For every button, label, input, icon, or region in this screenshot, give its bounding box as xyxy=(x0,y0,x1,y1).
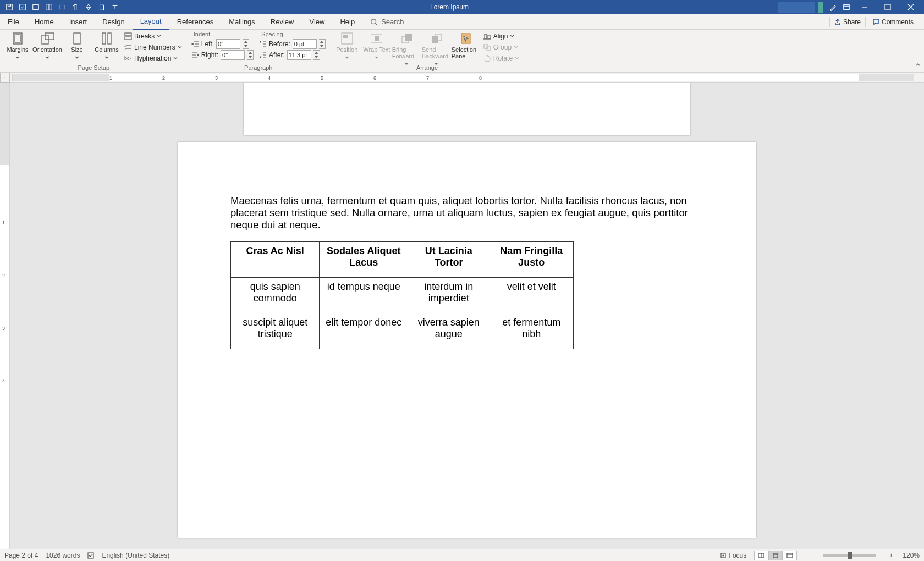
table-cell[interactable]: elit tempor donec xyxy=(320,314,408,349)
status-word-count[interactable]: 1026 words xyxy=(46,552,80,559)
new-doc-icon[interactable] xyxy=(96,1,108,13)
paragraph-marks-icon[interactable] xyxy=(69,1,81,13)
save-icon[interactable] xyxy=(3,1,15,13)
ribbon-tabs: File Home Insert Design Layout Reference… xyxy=(0,14,924,30)
svg-rect-19 xyxy=(74,33,80,44)
status-page[interactable]: Page 2 of 4 xyxy=(4,552,38,559)
body-paragraph[interactable]: Maecenas felis urna, fermentum et quam q… xyxy=(230,195,703,230)
svg-rect-44 xyxy=(375,36,379,41)
ribbon-display-icon[interactable] xyxy=(840,1,853,13)
group-paragraph: Indent Left: 0" Right: 0" Spacing xyxy=(188,30,329,72)
orientation-button[interactable]: Orientation xyxy=(33,31,62,57)
read-mode-button[interactable] xyxy=(754,551,768,560)
hyphenation-button[interactable]: bc Hyphenation xyxy=(122,53,184,64)
indent-right-input[interactable]: 0" xyxy=(221,50,245,60)
tab-file[interactable]: File xyxy=(0,14,27,30)
user-account[interactable] xyxy=(778,2,815,13)
maximize-button[interactable] xyxy=(877,0,899,14)
rotate-button: Rotate xyxy=(481,53,521,64)
margins-button[interactable]: Margins xyxy=(3,31,32,57)
tab-review[interactable]: Review xyxy=(263,14,302,30)
spacing-before-row: Before: 0 pt xyxy=(259,38,326,50)
qat-icon-4[interactable] xyxy=(43,1,55,13)
print-layout-button[interactable] xyxy=(768,551,783,560)
qat-icon-3[interactable] xyxy=(30,1,42,13)
zoom-out-button[interactable]: − xyxy=(805,552,812,559)
svg-rect-62 xyxy=(773,553,778,558)
table-header-row[interactable]: Cras Ac Nisl Sodales Aliquet Lacus Ut La… xyxy=(231,242,574,278)
table-header-cell[interactable]: Cras Ac Nisl xyxy=(231,242,320,278)
document-table[interactable]: Cras Ac Nisl Sodales Aliquet Lacus Ut La… xyxy=(230,241,574,349)
spacing-after-spinner[interactable] xyxy=(314,50,320,60)
table-cell[interactable]: velit et velit xyxy=(490,278,574,314)
tab-references[interactable]: References xyxy=(169,14,221,30)
close-button[interactable] xyxy=(900,0,922,14)
indent-left-input[interactable]: 0" xyxy=(216,39,240,49)
spacing-before-input[interactable]: 0 pt xyxy=(293,39,317,49)
horizontal-ruler-bar: L 1 2 3 4 5 6 7 8 xyxy=(0,73,924,82)
page-current[interactable]: Maecenas felis urna, fermentum et quam q… xyxy=(178,142,756,538)
tab-view[interactable]: View xyxy=(301,14,332,30)
web-layout-button[interactable] xyxy=(783,551,797,560)
indent-right-spinner[interactable] xyxy=(247,50,254,60)
tab-mailings[interactable]: Mailings xyxy=(221,14,263,30)
spacing-after-input[interactable]: 11.3 pt xyxy=(287,50,311,60)
comments-button[interactable]: Comments xyxy=(868,16,919,28)
focus-mode-button[interactable]: Focus xyxy=(720,552,747,559)
svg-rect-23 xyxy=(125,37,131,40)
page-previous-bottom[interactable] xyxy=(244,82,690,135)
group-label-paragraph: Paragraph xyxy=(191,64,326,72)
indent-left-spinner[interactable] xyxy=(243,39,249,49)
pages-container[interactable]: Maecenas felis urna, fermentum et quam q… xyxy=(10,82,924,549)
horizontal-ruler[interactable]: 1 2 3 4 5 6 7 8 xyxy=(12,74,914,81)
table-cell[interactable]: id tempus neque xyxy=(320,278,408,314)
title-bar: Lorem Ipsum xyxy=(0,0,924,14)
tab-layout[interactable]: Layout xyxy=(133,14,169,30)
tab-help[interactable]: Help xyxy=(332,14,362,30)
svg-rect-4 xyxy=(46,4,48,10)
collapse-ribbon-button[interactable] xyxy=(915,60,921,70)
zoom-slider-thumb[interactable] xyxy=(848,552,852,559)
table-header-cell[interactable]: Sodales Aliquet Lacus xyxy=(320,242,408,278)
qat-icon-7[interactable] xyxy=(82,1,95,13)
document-area: 1 2 3 4 Maecenas felis urna, fermentum e… xyxy=(0,82,924,549)
table-cell[interactable]: interdum in imperdiet xyxy=(408,278,490,314)
svg-rect-3 xyxy=(33,5,39,10)
size-button[interactable]: Size xyxy=(63,31,91,57)
search-box[interactable]: Search xyxy=(370,18,404,26)
selection-pane-button[interactable]: Selection Pane xyxy=(452,31,480,59)
spacing-before-spinner[interactable] xyxy=(319,39,326,49)
columns-button[interactable]: Columns xyxy=(92,31,121,57)
line-numbers-button[interactable]: 12 Line Numbers xyxy=(122,42,184,53)
indent-right-row: Right: 0" xyxy=(191,50,254,61)
table-row[interactable]: suscipit aliquet tristique elit tempor d… xyxy=(231,314,574,349)
table-cell[interactable]: suscipit aliquet tristique xyxy=(231,314,320,349)
align-button[interactable]: Align xyxy=(481,31,521,42)
zoom-in-button[interactable]: + xyxy=(887,552,895,559)
svg-rect-64 xyxy=(787,553,793,558)
svg-rect-6 xyxy=(59,6,65,9)
share-button[interactable]: Share xyxy=(829,16,866,28)
status-language[interactable]: English (United States) xyxy=(102,552,169,559)
tab-home[interactable]: Home xyxy=(27,14,62,30)
qat-icon-5[interactable] xyxy=(56,1,68,13)
comment-icon xyxy=(873,19,879,25)
zoom-slider[interactable] xyxy=(823,554,876,557)
tab-design[interactable]: Design xyxy=(95,14,132,30)
vertical-ruler[interactable]: 1 2 3 4 xyxy=(0,82,10,549)
tab-insert[interactable]: Insert xyxy=(62,14,95,30)
minimize-button[interactable] xyxy=(854,0,876,14)
breaks-button[interactable]: Breaks xyxy=(122,31,184,42)
table-cell[interactable]: viverra sapien augue xyxy=(408,314,490,349)
table-cell[interactable]: et fermentum nibh xyxy=(490,314,574,349)
qat-customize-icon[interactable] xyxy=(109,1,121,13)
table-row[interactable]: quis sapien commodo id tempus neque inte… xyxy=(231,278,574,314)
table-header-cell[interactable]: Ut Lacinia Tortor xyxy=(408,242,490,278)
table-cell[interactable]: quis sapien commodo xyxy=(231,278,320,314)
status-proofing-icon[interactable] xyxy=(87,552,94,559)
pen-icon[interactable] xyxy=(827,1,839,13)
zoom-level[interactable]: 120% xyxy=(903,552,920,559)
tab-selector[interactable]: L xyxy=(0,73,10,82)
autosave-icon[interactable] xyxy=(16,1,29,13)
table-header-cell[interactable]: Nam Fringilla Justo xyxy=(490,242,574,278)
